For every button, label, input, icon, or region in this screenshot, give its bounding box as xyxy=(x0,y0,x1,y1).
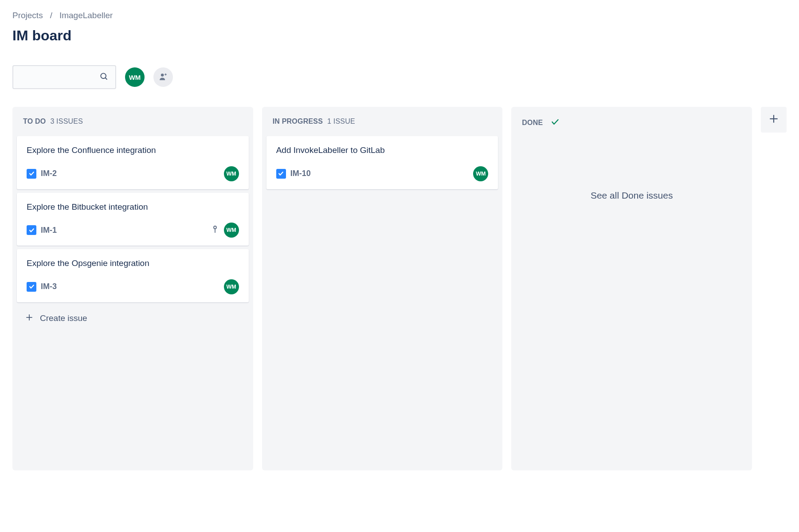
svg-point-0 xyxy=(101,73,106,78)
column-in-progress: IN PROGRESS 1 ISSUE Add InvokeLabeller t… xyxy=(262,107,503,470)
issue-card[interactable]: Add InvokeLabeller to GitLab IM-10 WM xyxy=(266,136,498,189)
task-icon xyxy=(27,225,36,235)
breadcrumb-separator: / xyxy=(50,11,52,20)
breadcrumb-project-link[interactable]: ImageLabeller xyxy=(59,11,113,20)
svg-line-1 xyxy=(106,78,107,80)
plus-icon xyxy=(25,313,34,324)
plus-icon xyxy=(768,113,779,126)
create-issue-label: Create issue xyxy=(40,313,87,323)
assignee-avatar[interactable]: WM xyxy=(224,223,239,238)
add-column-button[interactable] xyxy=(761,107,787,133)
create-issue-button[interactable]: Create issue xyxy=(17,306,249,331)
column-count: 1 ISSUE xyxy=(327,117,355,125)
svg-point-4 xyxy=(214,226,216,229)
board-toolbar: WM xyxy=(12,65,787,89)
breadcrumb: Projects / ImageLabeller xyxy=(12,11,787,20)
issue-title: Explore the Bitbucket integration xyxy=(27,201,168,213)
column-title: TO DO xyxy=(23,117,46,125)
assignee-avatar[interactable]: WM xyxy=(473,166,488,181)
svg-point-2 xyxy=(161,74,164,77)
issue-card[interactable]: Explore the Opsgenie integration IM-3 WM xyxy=(17,249,249,302)
see-all-done-link[interactable]: See all Done issues xyxy=(516,139,748,201)
issue-title: Explore the Confluence integration xyxy=(27,144,168,156)
priority-icon xyxy=(212,225,219,235)
column-done: DONE See all Done issues xyxy=(511,107,752,470)
assignee-avatar[interactable]: WM xyxy=(224,279,239,294)
issue-card[interactable]: Explore the Bitbucket integration IM-1 W… xyxy=(17,193,249,246)
check-icon xyxy=(551,117,560,128)
issue-card[interactable]: Explore the Confluence integration IM-2 … xyxy=(17,136,249,189)
search-input[interactable] xyxy=(11,73,99,81)
column-count: 3 ISSUES xyxy=(50,117,83,125)
column-header-in-progress[interactable]: IN PROGRESS 1 ISSUE xyxy=(266,113,498,136)
task-icon xyxy=(27,169,36,179)
user-avatar[interactable]: WM xyxy=(125,67,145,87)
page-title: IM board xyxy=(12,27,787,44)
search-icon xyxy=(99,72,108,82)
task-icon xyxy=(276,169,286,179)
breadcrumb-projects-link[interactable]: Projects xyxy=(12,11,43,20)
issue-key: IM-3 xyxy=(41,282,57,291)
issue-title: Explore the Opsgenie integration xyxy=(27,257,168,270)
column-title: DONE xyxy=(522,119,543,127)
column-header-done[interactable]: DONE xyxy=(516,113,748,139)
issue-title: Add InvokeLabeller to GitLab xyxy=(276,144,489,156)
task-icon xyxy=(27,282,36,292)
column-title: IN PROGRESS xyxy=(273,117,323,125)
kanban-board: TO DO 3 ISSUES Explore the Confluence in… xyxy=(12,107,787,470)
column-todo: TO DO 3 ISSUES Explore the Confluence in… xyxy=(12,107,253,470)
assignee-avatar[interactable]: WM xyxy=(224,166,239,181)
issue-key: IM-10 xyxy=(290,169,311,178)
issue-key: IM-2 xyxy=(41,169,57,178)
add-person-icon xyxy=(158,72,168,83)
column-header-todo[interactable]: TO DO 3 ISSUES xyxy=(17,113,249,136)
issue-key: IM-1 xyxy=(41,226,57,235)
add-people-button[interactable] xyxy=(153,67,173,87)
search-box[interactable] xyxy=(12,65,116,89)
